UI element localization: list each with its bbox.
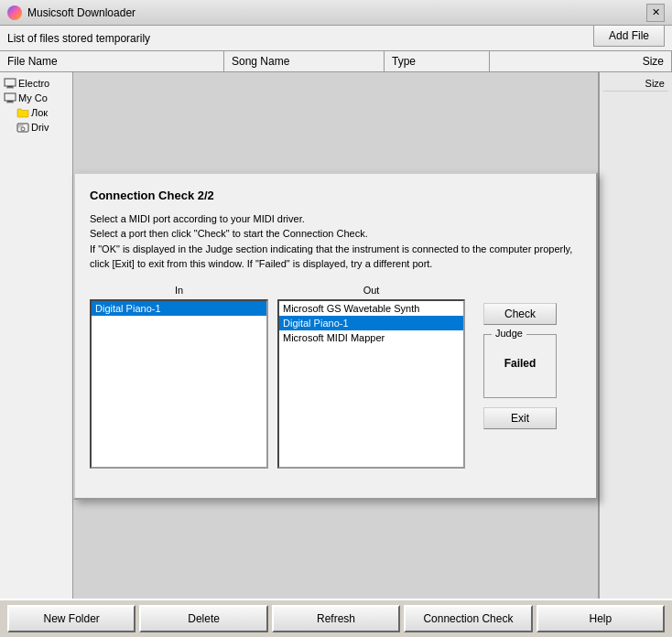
instruction-line-2: Select a port then click "Check" to star… [90,226,581,242]
tree-item-driv[interactable]: Driv [15,120,70,135]
dialog-title: Connection Check 2/2 [90,189,581,202]
computer-icon-2 [4,92,16,104]
right-panel-size-header: Size [603,76,668,92]
app-title: Musicsoft Downloader [27,6,135,19]
table-header: File Name Song Name Type Size [0,51,672,72]
add-file-button[interactable]: Add File [593,26,665,47]
svg-rect-8 [18,124,23,127]
svg-rect-4 [7,101,13,103]
col-size: Size [490,51,672,71]
refresh-button[interactable]: Refresh [272,605,400,632]
computer-icon [4,77,16,90]
delete-button[interactable]: Delete [139,605,267,632]
connection-check-dialog: Connection Check 2/2 Select a MIDI port … [73,172,598,500]
in-listbox[interactable]: Digital Piano-1 [90,299,268,469]
out-item-0[interactable]: Microsoft GS Wavetable Synth [279,301,463,316]
app-icon [7,5,22,20]
bottom-bar: New Folder Delete Refresh Connection Che… [0,599,672,637]
exit-button[interactable]: Exit [483,407,557,429]
modal-overlay: Connection Check 2/2 Select a MIDI port … [73,72,598,599]
folder-icon [16,106,29,119]
in-panel: In Digital Piano-1 [90,285,268,469]
dialog-instructions: Select a MIDI port according to your MID… [90,211,581,272]
out-label: Out [277,285,465,296]
in-label: In [90,285,268,296]
dialog-right-controls: Check Judge Failed Exit [483,285,557,469]
svg-rect-0 [5,79,16,86]
io-section: In Digital Piano-1 Out Microsoft GS Wave… [90,285,581,469]
out-listbox[interactable]: Microsoft GS Wavetable Synth Digital Pia… [277,299,465,469]
out-panel: Out Microsoft GS Wavetable Synth Digital… [277,285,465,469]
list-label: List of files stored temporarily [7,32,150,45]
judge-legend: Judge [492,328,526,339]
help-button[interactable]: Help [537,605,665,632]
judge-value: Failed [504,357,537,370]
out-item-2[interactable]: Microsoft MIDI Mapper [279,330,463,345]
svg-rect-2 [6,88,14,89]
tree-item-driv-label: Driv [31,122,49,133]
new-folder-button[interactable]: New Folder [7,605,135,632]
right-sidebar: Size [599,72,672,599]
out-item-1[interactable]: Digital Piano-1 [279,316,463,330]
connection-check-button[interactable]: Connection Check [404,605,532,632]
title-bar: Musicsoft Downloader ✕ [0,0,672,26]
svg-point-7 [21,127,25,131]
instruction-line-1: Select a MIDI port according to your MID… [90,211,581,227]
tree-item-myco-label: My Co [18,92,48,103]
check-button[interactable]: Check [483,303,557,325]
in-item-0[interactable]: Digital Piano-1 [92,301,266,316]
file-list-panel: Connection Check 2/2 Select a MIDI port … [73,72,599,599]
tree-item-myco[interactable]: My Co [2,91,70,105]
svg-rect-1 [7,86,13,88]
tree-sidebar: Electro My Co Лок [0,72,73,599]
close-button[interactable]: ✕ [646,4,665,22]
judge-box: Judge Failed [483,334,557,398]
tree-item-electro-label: Electro [18,78,49,89]
tree-item-lok-label: Лок [31,107,48,118]
main-window: List of files stored temporarily Add Fil… [0,26,672,637]
tree-item-electro[interactable]: Electro [2,76,70,91]
col-songname: Song Name [224,51,385,71]
tree-item-lok[interactable]: Лок [15,105,70,120]
disk-icon [16,121,29,134]
col-filename: File Name [0,51,224,71]
instruction-line-3: If "OK" is displayed in the Judge sectio… [90,242,581,272]
svg-rect-3 [5,93,16,101]
content-area: Electro My Co Лок [0,72,672,599]
toolbar: List of files stored temporarily Add Fil… [0,26,672,51]
col-type: Type [385,51,490,71]
svg-rect-5 [6,103,14,103]
